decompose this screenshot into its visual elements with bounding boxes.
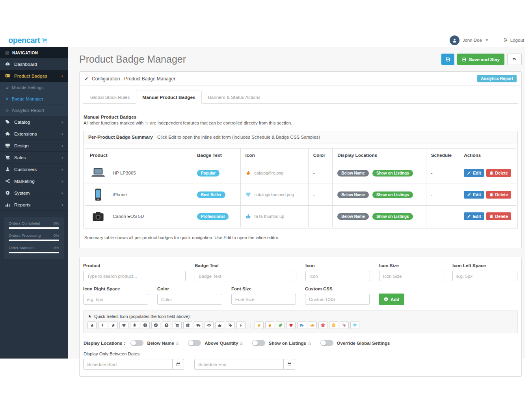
sidebar-item-dashboard[interactable]: Dashboard <box>0 58 68 70</box>
quick-emoji-tag[interactable] <box>340 322 349 329</box>
custom-css-input[interactable] <box>305 294 370 305</box>
quick-icon-clock[interactable] <box>162 322 171 329</box>
trash-icon <box>489 171 493 175</box>
quick-icon-heart[interactable] <box>119 322 128 329</box>
sidebar-item-extensions[interactable]: Extensions › <box>0 128 68 140</box>
quick-emoji-diamond[interactable] <box>350 322 359 329</box>
toggle-switch[interactable] <box>188 340 201 346</box>
toggle-switch[interactable] <box>252 340 265 346</box>
icon-cell: catalog/diamond.png <box>246 192 303 197</box>
badge-summary-header: Per-Product Badge Summary Click Edit to … <box>84 131 517 143</box>
stat-row: Orders Completed 0% <box>9 221 59 225</box>
quick-emoji-gift[interactable] <box>318 322 327 329</box>
sidebar-item-catalog[interactable]: Catalog › <box>0 116 68 128</box>
toggle-switch[interactable] <box>320 340 333 346</box>
quick-icon-eye[interactable] <box>205 322 214 329</box>
stat-progress-bar <box>9 252 59 253</box>
delete-button[interactable]: Delete <box>486 191 511 199</box>
quick-icon-star[interactable] <box>109 322 118 329</box>
badge-text-input[interactable] <box>195 271 296 281</box>
sidebar-item-customers[interactable]: Customers › <box>0 164 68 175</box>
icon-left-space-input[interactable] <box>452 271 517 281</box>
sidebar-item-system[interactable]: System › <box>0 187 68 199</box>
quick-icon-check[interactable] <box>151 322 160 329</box>
quick-emoji-star[interactable] <box>255 322 264 329</box>
sidebar-item-label: System <box>14 190 30 196</box>
calendar-icon[interactable] <box>173 359 184 370</box>
screenshot-canvas: opencart John Doe ▼ Logout <box>0 0 532 394</box>
edit-button[interactable]: Edit <box>464 191 484 199</box>
quick-emoji-heart[interactable] <box>286 322 296 329</box>
quick-emoji-truck[interactable] <box>297 322 306 329</box>
table-row: HP LP3065 Popular catalog/fir <box>85 162 516 184</box>
calendar-icon[interactable] <box>284 359 295 370</box>
toggle-above-quantity[interactable]: Above Quantity ☆ <box>188 340 244 346</box>
tab-manual-product-badges[interactable]: Manual Product Badges <box>136 91 201 104</box>
subitem-label: Badge Manager <box>12 97 43 101</box>
sidebar-item-product-badges[interactable]: Product Badges › <box>0 70 68 82</box>
logout-button[interactable]: Logout <box>495 33 532 47</box>
quick-icon-thumbs-up[interactable] <box>215 322 224 329</box>
schedule-end-input[interactable] <box>194 359 284 370</box>
product-name: Canon EOS 5D <box>113 214 144 219</box>
chevron-right-icon: › <box>61 178 63 184</box>
quick-emoji-leaf[interactable] <box>276 322 285 329</box>
save-button[interactable] <box>441 54 454 65</box>
configuration-panel: Configuration - Product Badge Manager An… <box>79 71 522 249</box>
tab-banners-status-actions[interactable]: Banners & Status Actions <box>202 91 267 104</box>
back-button[interactable] <box>507 54 522 65</box>
quick-icon-tag[interactable] <box>226 322 235 329</box>
toggle-below-name[interactable]: Below Name ☆ <box>130 340 179 346</box>
location-pill-show-on-listings: Show on Listings <box>372 191 413 198</box>
icon-size-input[interactable] <box>379 271 443 281</box>
sidebar-item-reports[interactable]: Reports › <box>0 199 68 211</box>
product-cell: Canon EOS 5D <box>90 209 187 224</box>
quick-icon-info[interactable] <box>141 322 150 329</box>
configuration-panel-body: Global Stock Rules Manual Product Badges… <box>80 86 521 249</box>
sidebar-item-marketing[interactable]: Marketing › <box>0 175 68 187</box>
sidebar-item-sales[interactable]: Sales › <box>0 152 68 164</box>
chevron-right-icon: › <box>61 119 63 125</box>
delete-button[interactable]: Delete <box>486 169 511 177</box>
quick-icon-bell[interactable] <box>130 322 139 329</box>
user-menu[interactable]: John Doe ▼ <box>443 33 495 47</box>
section-title: Manual Product Badges <box>84 114 517 120</box>
sidebar-item-label: Sales <box>14 155 26 160</box>
delete-button[interactable]: Delete <box>486 212 511 220</box>
quick-icon-truck[interactable] <box>194 322 203 329</box>
quick-icon-cart[interactable] <box>173 322 182 329</box>
color-input[interactable] <box>157 294 222 305</box>
schedule-start-input[interactable] <box>83 359 173 370</box>
product-thumbnail <box>90 165 106 180</box>
sidebar-item-design[interactable]: Design › <box>0 140 68 152</box>
fire-icon <box>246 170 251 176</box>
quick-icon-fire[interactable] <box>87 322 97 329</box>
sidebar-subitem-analytics-report[interactable]: » Analytics Report <box>0 105 68 116</box>
edit-button[interactable]: Edit <box>464 212 484 220</box>
edit-button[interactable]: Edit <box>464 169 484 177</box>
quick-emoji-fire[interactable] <box>265 322 274 329</box>
add-button[interactable]: Add <box>379 294 404 305</box>
save-and-stay-button[interactable]: Save and Stay <box>457 54 504 65</box>
toggle-switch[interactable] <box>130 340 143 346</box>
quick-emoji-crown[interactable] <box>308 322 317 329</box>
analytics-report-badge[interactable]: Analytics Report <box>477 75 517 82</box>
opencart-logo[interactable]: opencart <box>8 36 48 45</box>
icon-right-space-input[interactable] <box>83 294 148 305</box>
icon-input[interactable] <box>305 271 370 281</box>
sidebar-subitem-module-settings[interactable]: » Module Settings <box>0 82 68 93</box>
product-search-input[interactable] <box>83 271 186 281</box>
toggle-show-on-listings[interactable]: Show on Listings ☆ <box>252 340 312 346</box>
toggle-override-global-settings[interactable]: Override Global Settings <box>320 340 390 346</box>
quick-emoji-coin[interactable] <box>329 322 338 329</box>
quick-icon-bolt[interactable] <box>98 322 107 329</box>
icon-path-label: catalog/fire.png <box>255 171 284 175</box>
double-chevron-icon: » <box>6 108 9 113</box>
font-size-input[interactable] <box>231 294 296 305</box>
sidebar-subitem-badge-manager[interactable]: » Badge Manager <box>0 93 68 105</box>
quick-icon-gift[interactable] <box>183 322 192 329</box>
tab-global-stock-rules[interactable]: Global Stock Rules <box>84 91 136 104</box>
product-cell: HP LP3065 <box>90 165 187 180</box>
sidebar-item-label: Dashboard <box>14 61 37 67</box>
quick-icon-flash[interactable] <box>236 322 246 329</box>
